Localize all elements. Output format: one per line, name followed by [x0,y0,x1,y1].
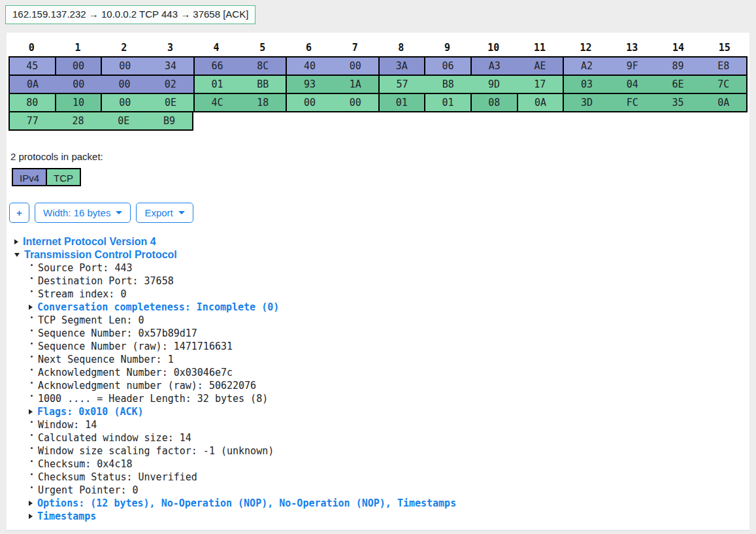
hex-byte: 89 [655,60,701,72]
tree-field-row: Source Port: 443 [8,261,748,275]
hex-byte: 02 [148,78,193,90]
tree-field-row: Urgent Pointer: 0 [8,484,748,497]
hex-field-group[interactable]: 08 [470,93,517,112]
hex-field-group[interactable]: 77280EB9 [8,111,193,131]
tree-protocol-label: Transmission Control Protocol [24,248,177,261]
hex-field-group[interactable]: 4C18 [193,93,286,112]
tree-field-row[interactable]: Conversation completeness: Incomplete (0… [8,301,748,314]
bullet-dot-icon [31,382,33,384]
hex-byte: 40 [287,60,333,72]
hex-field-group[interactable]: 0A000002 [8,75,193,94]
hex-byte: 03 [564,78,610,90]
tree-field-text: Options: (12 bytes), No-Operation (NOP),… [37,497,456,510]
chevron-down-icon [116,211,122,214]
tree-field-row: Stream index: 0 [8,288,748,301]
bullet-dot-icon [31,369,33,371]
packet-detail-card: 0123456789101112131415 45000034668C40003… [7,33,749,531]
hex-field-group[interactable]: 0000 [286,93,378,112]
triangle-expanded-icon [14,253,20,257]
triangle-collapsed-icon [29,514,33,519]
hex-field-group[interactable]: 4000 [286,56,378,76]
tree-field-text: Destination Port: 37658 [38,275,174,288]
hex-field-group[interactable]: 00 [55,56,101,76]
hex-byte: AE [518,60,563,72]
tree-field-row: Window: 14 [8,418,748,431]
hex-column-header: 13 [609,42,655,54]
hex-column-header: 5 [239,42,286,54]
chevron-down-icon [178,211,185,214]
tree-field-text: TCP Segment Len: 0 [38,314,144,327]
hex-grid: 45000034668C40003A06A3AEA29F89E80A000002… [8,56,748,131]
hex-byte: 9D [471,78,517,90]
tree-field-row: Calculated window size: 14 [8,431,748,444]
hex-field-group[interactable]: 0034 [101,56,193,76]
hex-field-group[interactable]: 45 [8,56,55,76]
bullet-dot-icon [31,264,33,266]
tree-field-row[interactable]: Flags: 0x010 (ACK) [8,405,748,418]
hex-byte: 3D [564,97,610,108]
hex-field-group[interactable]: 06 [424,56,470,76]
hex-field-group[interactable]: 668C [193,56,286,76]
tree-field-text: 1000 .... = Header Length: 32 bytes (8) [38,392,268,405]
tree-field-text: Sequence Number (raw): 1471716631 [38,340,233,353]
bullet-dot-icon [31,434,33,436]
hex-field-group[interactable]: 3DFC350A [563,93,748,112]
bullet-dot-icon [31,356,33,358]
hex-column-header: 4 [193,42,240,54]
hex-field-group[interactable]: 01 [424,93,470,112]
protocol-badge-ipv4: IPv4 [12,168,47,186]
tree-field-text: Timestamps [37,510,96,523]
tree-field-text: Next Sequence Number: 1 [38,353,174,366]
hex-column-header: 10 [470,42,517,54]
add-button[interactable]: + [9,203,29,223]
hex-column-header: 11 [517,42,563,54]
hex-field-group[interactable]: 03046E7C [563,75,748,94]
protocols-count-label: 2 protocols in packet: [10,150,748,163]
tree-field-row[interactable]: Timestamps [8,510,748,523]
hex-field-group[interactable]: 000E [101,93,193,112]
hex-field-group[interactable]: 80 [8,93,55,112]
hex-byte: 3A [380,60,425,72]
protocol-badges: IPv4TCP [12,168,748,186]
export-dropdown-button[interactable]: Export [136,203,193,223]
hex-column-header: 12 [563,42,609,54]
tree-field-text: Calculated window size: 14 [38,431,191,444]
tree-field-text: Urgent Pointer: 0 [38,484,139,497]
hex-field-group[interactable]: 0A [517,93,563,112]
hex-field-group[interactable]: A29F89E8 [563,56,748,76]
hex-column-header: 2 [101,42,147,54]
bullet-dot-icon [31,342,33,344]
tree-protocol-node[interactable]: Transmission Control Protocol [8,248,748,261]
hex-field-group[interactable]: A3AE [470,56,563,76]
tree-field-row: Acknowledgment number (raw): 50622076 [8,379,748,392]
hex-byte: 00 [56,78,101,90]
tree-field-row[interactable]: Options: (12 bytes), No-Operation (NOP),… [8,497,748,510]
width-dropdown-label: Width: 16 bytes [43,206,110,220]
width-dropdown-button[interactable]: Width: 16 bytes [35,203,131,223]
hex-byte: 4C [195,97,240,108]
hex-byte: 0A [518,97,563,108]
protocol-tree: Internet Protocol Version 4Transmission … [8,235,748,523]
tree-field-text: Flags: 0x010 (ACK) [37,405,144,418]
tree-protocol-label: Internet Protocol Version 4 [23,235,156,248]
triangle-collapsed-icon [29,305,33,310]
hex-byte: 6E [655,78,701,90]
hex-field-group[interactable]: 01BB [193,75,286,94]
hex-byte: 17 [517,78,563,90]
hex-column-header: 14 [655,42,702,54]
protocol-badge-tcp: TCP [46,168,81,186]
hex-column-headers: 0123456789101112131415 [8,39,748,56]
hex-field-group[interactable]: 931A [286,75,378,94]
hex-field-group[interactable]: 01 [378,93,425,112]
hex-field-group[interactable]: 57B89D17 [378,75,563,94]
bullet-dot-icon [31,421,33,423]
hex-byte: 01 [425,97,470,108]
hex-byte: 00 [56,60,101,72]
hex-field-group[interactable]: 10 [55,93,101,112]
hex-byte: 93 [287,78,333,90]
hex-byte: 34 [148,60,193,72]
hex-field-group[interactable]: 3A [378,56,425,76]
hex-byte: 7C [700,78,746,90]
hex-byte: 66 [195,60,240,72]
tree-protocol-node[interactable]: Internet Protocol Version 4 [8,235,748,248]
